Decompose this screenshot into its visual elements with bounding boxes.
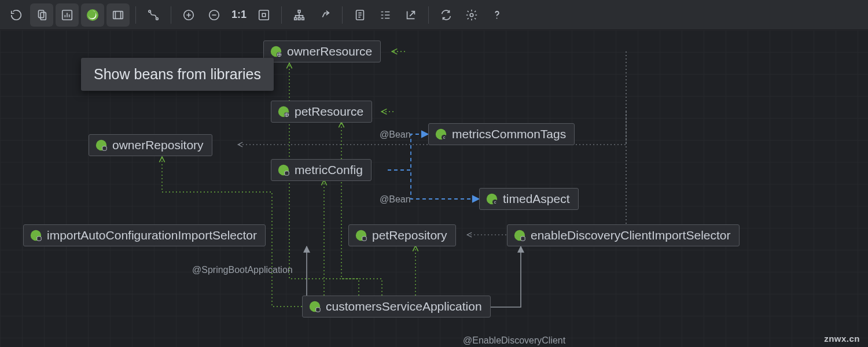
node-metricsCommonTags[interactable]: c metricsCommonTags	[428, 123, 575, 145]
bean-class-icon: c	[486, 193, 498, 205]
svg-point-16	[470, 13, 473, 17]
zoom-ratio-label[interactable]: 1:1	[228, 9, 250, 21]
node-label: ownerResource	[287, 45, 372, 58]
route-icon[interactable]	[313, 3, 336, 27]
svg-rect-4	[113, 11, 123, 19]
help-icon[interactable]	[486, 3, 509, 27]
svg-text:c: c	[443, 135, 446, 140]
svg-point-6	[156, 17, 159, 20]
node-label: metricConfig	[295, 163, 363, 177]
svg-rect-12	[295, 17, 297, 20]
zoom-in-icon[interactable]	[177, 3, 200, 27]
node-label: metricsCommonTags	[452, 127, 566, 141]
bean-db-icon	[355, 229, 367, 242]
svg-point-17	[496, 17, 498, 19]
node-importAutoConfigurationImportSelector[interactable]: importAutoConfigurationImportSelector	[23, 224, 266, 246]
refresh-icon[interactable]	[5, 3, 28, 27]
node-ownerResource[interactable]: ownerResource	[263, 40, 381, 62]
diagram-canvas[interactable]: ownerResource petResource ownerRepositor…	[0, 30, 868, 347]
svg-text:c: c	[494, 200, 496, 205]
node-enableDiscoveryClientImportSelector[interactable]: enableDiscoveryClientImportSelector	[507, 224, 740, 246]
document-icon[interactable]	[348, 3, 372, 27]
svg-point-5	[149, 10, 151, 12]
tooltip-text: Show beans from libraries	[94, 66, 261, 82]
node-petResource[interactable]: petResource	[271, 101, 372, 123]
node-customersServiceApplication[interactable]: customersServiceApplication	[302, 296, 491, 318]
bean-web-icon	[270, 45, 282, 58]
edge-label-springboot: @SpringBootApplication	[192, 265, 293, 275]
toolbar-separator	[342, 6, 343, 24]
spring-icon[interactable]	[81, 3, 104, 27]
toolbar-separator	[171, 6, 171, 24]
export-icon[interactable]	[399, 3, 422, 27]
svg-rect-11	[298, 10, 300, 12]
list-icon[interactable]	[374, 3, 397, 27]
toolbar-separator	[428, 6, 429, 24]
chart-icon[interactable]	[56, 3, 79, 27]
node-metricConfig[interactable]: metricConfig	[271, 159, 372, 181]
frame-icon[interactable]	[106, 3, 130, 27]
svg-rect-0	[39, 10, 44, 17]
zoom-out-icon[interactable]	[203, 3, 226, 27]
svg-rect-13	[298, 17, 300, 20]
node-label: ownerRepository	[112, 138, 204, 152]
gear-icon[interactable]	[460, 3, 483, 27]
node-label: timedAspect	[503, 192, 570, 206]
connector-icon[interactable]	[142, 3, 165, 27]
fit-icon[interactable]	[252, 3, 275, 27]
toolbar: 1:1	[0, 0, 868, 30]
edge-label-discovery: @EnableDiscoveryClient	[463, 335, 565, 346]
tree-icon[interactable]	[288, 3, 311, 27]
bean-class-icon: c	[435, 128, 447, 141]
copy-icon[interactable]	[30, 3, 53, 27]
node-timedAspect[interactable]: c timedAspect	[479, 188, 579, 210]
node-label: petResource	[295, 105, 363, 119]
svg-rect-14	[302, 17, 304, 20]
toolbar-separator	[135, 6, 136, 24]
tooltip: Show beans from libraries	[81, 58, 274, 91]
node-label: petRepository	[372, 228, 447, 242]
svg-rect-10	[262, 13, 266, 17]
edge-label-bean: @Bean	[380, 194, 411, 205]
bean-web-icon	[277, 105, 290, 118]
toolbar-separator	[281, 6, 282, 24]
bean-db-icon	[30, 229, 42, 242]
svg-rect-9	[259, 10, 269, 20]
sync-icon[interactable]	[435, 3, 458, 27]
bean-db-icon	[308, 300, 321, 313]
edge-label-bean: @Bean	[380, 130, 411, 140]
node-label: customersServiceApplication	[326, 300, 482, 313]
svg-rect-1	[41, 12, 46, 20]
bean-db-icon	[513, 229, 526, 242]
node-label: importAutoConfigurationImportSelector	[47, 228, 257, 242]
watermark: znwx.cn	[824, 334, 860, 344]
bean-db-icon	[95, 139, 108, 152]
bean-db-icon	[277, 164, 290, 176]
node-petRepository[interactable]: petRepository	[348, 224, 456, 246]
node-ownerRepository[interactable]: ownerRepository	[89, 134, 212, 156]
node-label: enableDiscoveryClientImportSelector	[531, 228, 731, 242]
